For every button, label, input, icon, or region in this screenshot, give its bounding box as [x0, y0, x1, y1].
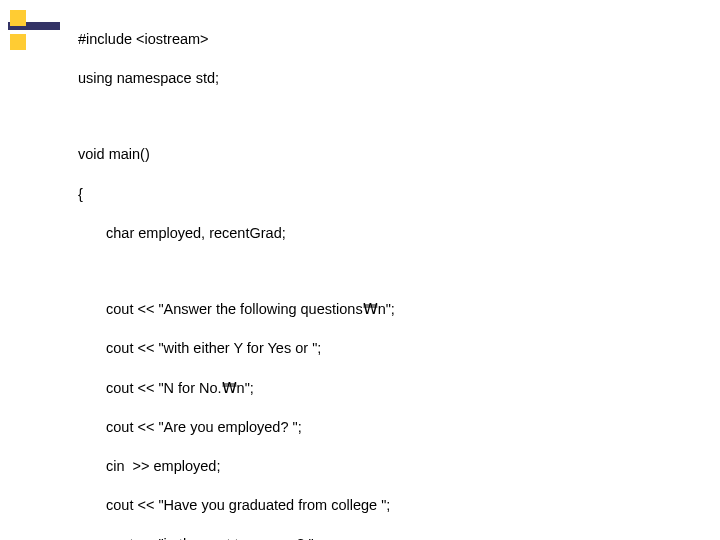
code-block: #include <iostream> using namespace std;… [78, 10, 698, 540]
code-line: cout << "Have you graduated from college… [78, 496, 698, 516]
code-line: { [78, 185, 698, 205]
svg-rect-1 [10, 10, 26, 26]
slide-corner-decor [8, 10, 60, 50]
code-line: cout << "Answer the following questions₩… [78, 300, 698, 320]
code-line: cin >> employed; [78, 457, 698, 477]
code-line: cout << "with either Y for Yes or "; [78, 339, 698, 359]
code-line: using namespace std; [78, 69, 698, 89]
svg-rect-2 [10, 34, 26, 50]
code-line: void main() [78, 145, 698, 165]
code-line: cout << "N for No.₩n"; [78, 379, 698, 399]
code-line: cout << "in the past two years? "; [78, 535, 698, 540]
code-line: #include <iostream> [78, 30, 698, 50]
code-line: char employed, recentGrad; [78, 224, 698, 244]
blank-line [78, 108, 698, 126]
code-line: cout << "Are you employed? "; [78, 418, 698, 438]
blank-line [78, 263, 698, 281]
